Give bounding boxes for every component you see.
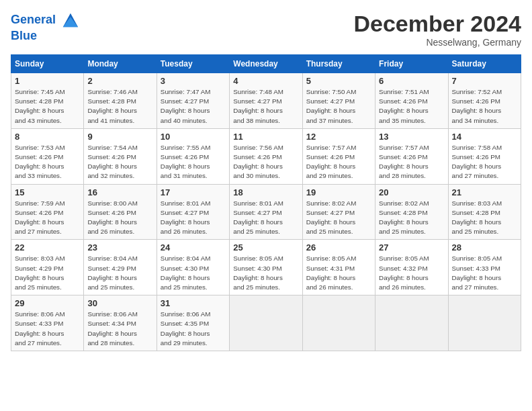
day-number: 30: [87, 298, 152, 308]
calendar-cell: 12Sunrise: 7:57 AM Sunset: 4:26 PM Dayli…: [302, 128, 375, 184]
day-number: 10: [161, 132, 226, 142]
calendar-cell: 10Sunrise: 7:55 AM Sunset: 4:26 PM Dayli…: [157, 128, 229, 184]
calendar-cell: 2Sunrise: 7:46 AM Sunset: 4:28 PM Daylig…: [84, 73, 157, 129]
day-detail: Sunrise: 7:56 AM Sunset: 4:26 PM Dayligh…: [233, 143, 298, 181]
calendar-cell: 30Sunrise: 8:06 AM Sunset: 4:34 PM Dayli…: [84, 295, 157, 351]
day-detail: Sunrise: 8:02 AM Sunset: 4:28 PM Dayligh…: [379, 199, 444, 237]
calendar-cell: 9Sunrise: 7:54 AM Sunset: 4:26 PM Daylig…: [84, 128, 157, 184]
day-detail: Sunrise: 7:53 AM Sunset: 4:26 PM Dayligh…: [15, 143, 80, 181]
day-detail: Sunrise: 8:01 AM Sunset: 4:27 PM Dayligh…: [233, 199, 298, 237]
day-number: 23: [87, 242, 152, 253]
day-detail: Sunrise: 8:06 AM Sunset: 4:33 PM Dayligh…: [15, 310, 80, 348]
calendar-week-row: 1Sunrise: 7:45 AM Sunset: 4:28 PM Daylig…: [11, 73, 521, 129]
calendar-cell: 7Sunrise: 7:52 AM Sunset: 4:26 PM Daylig…: [448, 73, 521, 129]
day-detail: Sunrise: 8:01 AM Sunset: 4:27 PM Dayligh…: [161, 199, 226, 237]
day-number: 17: [161, 187, 226, 197]
calendar-cell: 23Sunrise: 8:04 AM Sunset: 4:29 PM Dayli…: [84, 240, 157, 295]
page-header: General Blue December 2024 Nesselwang, G…: [11, 11, 521, 48]
calendar-cell: 6Sunrise: 7:51 AM Sunset: 4:26 PM Daylig…: [375, 73, 448, 129]
calendar-cell: 5Sunrise: 7:50 AM Sunset: 4:27 PM Daylig…: [302, 73, 375, 129]
calendar-cell: [375, 295, 448, 351]
day-detail: Sunrise: 8:00 AM Sunset: 4:26 PM Dayligh…: [87, 199, 152, 237]
calendar-week-row: 15Sunrise: 7:59 AM Sunset: 4:26 PM Dayli…: [11, 184, 521, 240]
day-number: 9: [87, 132, 152, 142]
day-detail: Sunrise: 8:05 AM Sunset: 4:33 PM Dayligh…: [452, 254, 517, 292]
day-number: 14: [452, 132, 517, 142]
calendar-cell: 27Sunrise: 8:05 AM Sunset: 4:32 PM Dayli…: [375, 240, 448, 295]
col-header-tuesday: Tuesday: [157, 55, 229, 73]
day-detail: Sunrise: 7:58 AM Sunset: 4:26 PM Dayligh…: [452, 143, 517, 181]
calendar-cell: 15Sunrise: 7:59 AM Sunset: 4:26 PM Dayli…: [11, 184, 84, 240]
calendar-cell: 8Sunrise: 7:53 AM Sunset: 4:26 PM Daylig…: [11, 128, 84, 184]
day-detail: Sunrise: 8:06 AM Sunset: 4:35 PM Dayligh…: [161, 310, 226, 348]
day-detail: Sunrise: 8:05 AM Sunset: 4:32 PM Dayligh…: [379, 254, 444, 292]
calendar-cell: 3Sunrise: 7:47 AM Sunset: 4:27 PM Daylig…: [157, 73, 229, 129]
day-detail: Sunrise: 7:46 AM Sunset: 4:28 PM Dayligh…: [87, 87, 152, 126]
calendar-cell: 13Sunrise: 7:57 AM Sunset: 4:26 PM Dayli…: [375, 128, 448, 184]
day-number: 1: [15, 76, 80, 86]
day-detail: Sunrise: 8:03 AM Sunset: 4:28 PM Dayligh…: [452, 199, 517, 237]
day-detail: Sunrise: 7:55 AM Sunset: 4:26 PM Dayligh…: [161, 143, 226, 181]
day-detail: Sunrise: 7:57 AM Sunset: 4:26 PM Dayligh…: [306, 143, 371, 181]
calendar-week-row: 29Sunrise: 8:06 AM Sunset: 4:33 PM Dayli…: [11, 295, 521, 351]
calendar-cell: 14Sunrise: 7:58 AM Sunset: 4:26 PM Dayli…: [448, 128, 521, 184]
svg-marker-1: [63, 17, 78, 27]
calendar-cell: 1Sunrise: 7:45 AM Sunset: 4:28 PM Daylig…: [11, 73, 84, 129]
calendar-cell: 4Sunrise: 7:48 AM Sunset: 4:27 PM Daylig…: [230, 73, 302, 129]
col-header-friday: Friday: [375, 55, 448, 73]
calendar-cell: 29Sunrise: 8:06 AM Sunset: 4:33 PM Dayli…: [11, 295, 84, 351]
calendar-cell: [230, 295, 302, 351]
day-detail: Sunrise: 8:04 AM Sunset: 4:30 PM Dayligh…: [161, 254, 226, 292]
calendar-week-row: 8Sunrise: 7:53 AM Sunset: 4:26 PM Daylig…: [11, 128, 521, 184]
day-detail: Sunrise: 7:50 AM Sunset: 4:27 PM Dayligh…: [306, 87, 371, 126]
day-number: 13: [379, 132, 444, 142]
day-number: 29: [15, 298, 80, 308]
calendar-cell: 21Sunrise: 8:03 AM Sunset: 4:28 PM Dayli…: [448, 184, 521, 240]
day-detail: Sunrise: 8:05 AM Sunset: 4:31 PM Dayligh…: [306, 254, 371, 292]
calendar-cell: 31Sunrise: 8:06 AM Sunset: 4:35 PM Dayli…: [157, 295, 229, 351]
title-block: December 2024 Nesselwang, Germany: [353, 11, 521, 48]
day-number: 4: [233, 76, 298, 86]
calendar-cell: 17Sunrise: 8:01 AM Sunset: 4:27 PM Dayli…: [157, 184, 229, 240]
day-detail: Sunrise: 7:51 AM Sunset: 4:26 PM Dayligh…: [379, 87, 444, 126]
day-number: 16: [87, 187, 152, 197]
location: Nesselwang, Germany: [353, 37, 521, 48]
day-number: 7: [452, 76, 517, 86]
col-header-monday: Monday: [84, 55, 157, 73]
day-number: 18: [233, 187, 298, 197]
day-detail: Sunrise: 7:47 AM Sunset: 4:27 PM Dayligh…: [161, 87, 226, 126]
calendar-cell: 25Sunrise: 8:05 AM Sunset: 4:30 PM Dayli…: [230, 240, 302, 295]
calendar-cell: 19Sunrise: 8:02 AM Sunset: 4:27 PM Dayli…: [302, 184, 375, 240]
logo-text: General: [11, 11, 79, 30]
month-title: December 2024: [353, 11, 521, 37]
col-header-thursday: Thursday: [302, 55, 375, 73]
day-detail: Sunrise: 8:04 AM Sunset: 4:29 PM Dayligh…: [87, 254, 152, 292]
calendar-week-row: 22Sunrise: 8:03 AM Sunset: 4:29 PM Dayli…: [11, 240, 521, 295]
day-detail: Sunrise: 8:02 AM Sunset: 4:27 PM Dayligh…: [306, 199, 371, 237]
day-number: 11: [233, 132, 298, 142]
day-detail: Sunrise: 7:45 AM Sunset: 4:28 PM Dayligh…: [15, 87, 80, 126]
day-detail: Sunrise: 8:03 AM Sunset: 4:29 PM Dayligh…: [15, 254, 80, 292]
calendar-cell: 28Sunrise: 8:05 AM Sunset: 4:33 PM Dayli…: [448, 240, 521, 295]
day-detail: Sunrise: 7:54 AM Sunset: 4:26 PM Dayligh…: [87, 143, 152, 181]
calendar-cell: 26Sunrise: 8:05 AM Sunset: 4:31 PM Dayli…: [302, 240, 375, 295]
day-detail: Sunrise: 7:59 AM Sunset: 4:26 PM Dayligh…: [15, 199, 80, 237]
day-number: 8: [15, 132, 80, 142]
day-number: 22: [15, 242, 80, 253]
day-number: 12: [306, 132, 371, 142]
calendar-cell: 18Sunrise: 8:01 AM Sunset: 4:27 PM Dayli…: [230, 184, 302, 240]
day-number: 15: [15, 187, 80, 197]
day-number: 6: [379, 76, 444, 86]
day-number: 2: [87, 76, 152, 86]
day-detail: Sunrise: 7:52 AM Sunset: 4:26 PM Dayligh…: [452, 87, 517, 126]
calendar-cell: 11Sunrise: 7:56 AM Sunset: 4:26 PM Dayli…: [230, 128, 302, 184]
calendar-cell: 24Sunrise: 8:04 AM Sunset: 4:30 PM Dayli…: [157, 240, 229, 295]
col-header-wednesday: Wednesday: [230, 55, 302, 73]
day-detail: Sunrise: 7:48 AM Sunset: 4:27 PM Dayligh…: [233, 87, 298, 126]
day-number: 19: [306, 187, 371, 197]
day-number: 21: [452, 187, 517, 197]
calendar-table: SundayMondayTuesdayWednesdayThursdayFrid…: [11, 54, 521, 351]
calendar-cell: 20Sunrise: 8:02 AM Sunset: 4:28 PM Dayli…: [375, 184, 448, 240]
logo: General Blue: [11, 11, 79, 43]
day-number: 25: [233, 242, 298, 253]
